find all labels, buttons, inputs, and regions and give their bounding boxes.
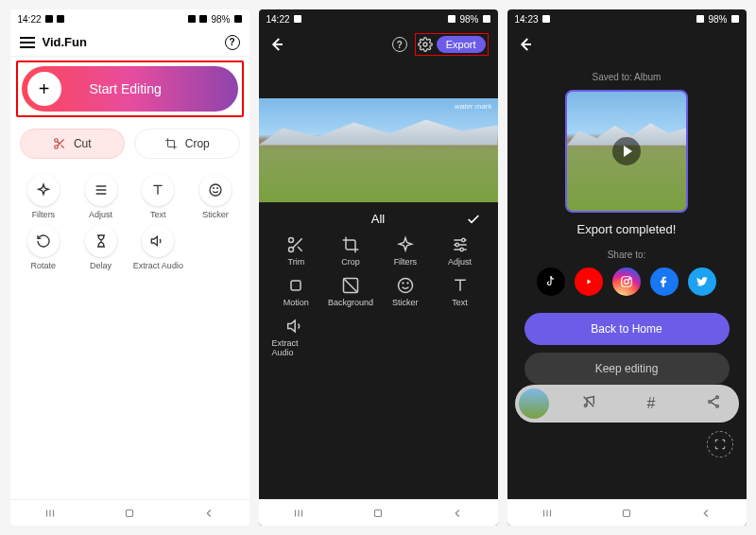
check-icon[interactable] bbox=[466, 212, 481, 227]
wifi-icon bbox=[188, 15, 196, 23]
status-bar: 14:23 98% bbox=[507, 9, 747, 28]
share-youtube[interactable] bbox=[575, 268, 603, 296]
status-icon bbox=[45, 15, 53, 23]
tool-label: Extract Audio bbox=[272, 338, 321, 357]
bottom-action-hashtag[interactable]: # bbox=[629, 395, 673, 412]
svg-rect-15 bbox=[126, 509, 132, 516]
speaker-icon bbox=[286, 317, 305, 336]
bottom-action-music[interactable] bbox=[568, 394, 611, 413]
tool-filters[interactable]: Filters bbox=[381, 235, 430, 267]
arrow-back-icon[interactable] bbox=[268, 36, 285, 53]
gear-icon[interactable] bbox=[418, 37, 433, 52]
tool-trim[interactable]: Trim bbox=[272, 235, 321, 267]
tool-rotate[interactable]: Rotate bbox=[18, 225, 70, 270]
home-icon[interactable] bbox=[123, 507, 136, 520]
share-facebook[interactable] bbox=[650, 268, 679, 296]
svg-point-46 bbox=[715, 396, 718, 399]
home-icon[interactable] bbox=[371, 507, 385, 520]
crop-icon bbox=[164, 137, 178, 150]
export-button[interactable]: Export bbox=[437, 36, 486, 53]
screen-export-complete: 14:23 98% Saved to: Album Export complet… bbox=[507, 9, 747, 526]
svg-point-0 bbox=[55, 139, 59, 143]
app-header: Vid.Fun ? bbox=[10, 28, 249, 57]
smile-icon bbox=[208, 182, 223, 198]
sliders-icon bbox=[94, 182, 109, 198]
bottom-action-share[interactable] bbox=[692, 394, 735, 413]
export-label: Export bbox=[446, 39, 476, 50]
svg-line-20 bbox=[293, 238, 302, 248]
video-preview[interactable]: water mark bbox=[259, 98, 498, 202]
back-icon[interactable] bbox=[202, 507, 215, 520]
back-icon[interactable] bbox=[451, 507, 464, 520]
scissors-icon bbox=[286, 235, 305, 254]
status-bar: 14:22 98% bbox=[259, 9, 498, 28]
svg-point-31 bbox=[398, 279, 412, 293]
back-to-home-button[interactable]: Back to Home bbox=[524, 313, 730, 345]
tool-extract-audio[interactable]: Extract Audio bbox=[272, 317, 321, 357]
rotate-icon bbox=[36, 233, 51, 249]
tool-delay[interactable]: Delay bbox=[75, 225, 127, 270]
recents-icon[interactable] bbox=[292, 507, 305, 520]
home-icon[interactable] bbox=[620, 507, 633, 520]
status-time: 14:22 bbox=[266, 14, 290, 25]
crop-label: Crop bbox=[185, 137, 210, 150]
export-completed-label: Export completed! bbox=[577, 222, 677, 236]
share-instagram[interactable] bbox=[612, 268, 641, 296]
hamburger-menu-icon[interactable] bbox=[20, 37, 35, 48]
svg-point-9 bbox=[214, 188, 215, 189]
svg-point-10 bbox=[217, 188, 218, 189]
crop-button[interactable]: Crop bbox=[134, 129, 240, 159]
start-editing-button[interactable]: + Start Editing bbox=[22, 66, 238, 112]
cut-label: Cut bbox=[74, 137, 92, 150]
help-icon[interactable]: ? bbox=[392, 37, 407, 52]
android-navbar bbox=[507, 499, 747, 526]
tool-text[interactable]: Text bbox=[436, 276, 485, 307]
screen-home: 14:22 98% Vid.Fun ? + Start Editing Cut … bbox=[10, 9, 249, 526]
bottom-thumbnail[interactable] bbox=[519, 388, 549, 419]
tool-crop[interactable]: Crop bbox=[326, 235, 375, 267]
fab-button[interactable] bbox=[707, 431, 733, 457]
tool-adjust[interactable]: Adjust bbox=[436, 235, 485, 267]
recents-icon[interactable] bbox=[541, 507, 554, 520]
tool-adjust[interactable]: Adjust bbox=[75, 174, 127, 219]
app-title: Vid.Fun bbox=[43, 35, 217, 49]
tab-all[interactable]: All bbox=[371, 212, 385, 226]
tool-sticker[interactable]: Sticker bbox=[190, 174, 242, 219]
help-icon[interactable]: ? bbox=[225, 35, 240, 50]
tool-background[interactable]: Background bbox=[326, 276, 375, 307]
svg-line-4 bbox=[58, 142, 60, 144]
text-icon bbox=[451, 276, 470, 295]
arrow-back-icon[interactable] bbox=[517, 36, 534, 53]
tool-text[interactable]: Text bbox=[132, 174, 184, 219]
tool-label: Sticker bbox=[392, 298, 419, 307]
start-editing-label: Start Editing bbox=[90, 81, 162, 96]
smile-icon bbox=[396, 276, 415, 295]
tool-label: Text bbox=[150, 210, 166, 219]
instagram-icon bbox=[620, 275, 633, 288]
sparkle-icon bbox=[396, 235, 415, 254]
export-header bbox=[507, 28, 747, 60]
share-twitter[interactable] bbox=[688, 268, 716, 296]
status-battery: 98% bbox=[459, 14, 478, 25]
svg-point-33 bbox=[407, 283, 408, 284]
keep-editing-button[interactable]: Keep editing bbox=[524, 353, 730, 385]
svg-point-32 bbox=[403, 283, 404, 284]
tool-extract-audio[interactable]: Extract Audio bbox=[132, 225, 184, 270]
share-tiktok[interactable] bbox=[537, 268, 565, 296]
cut-button[interactable]: Cut bbox=[20, 129, 126, 159]
tool-motion[interactable]: Motion bbox=[272, 276, 321, 307]
tool-filters[interactable]: Filters bbox=[18, 174, 70, 219]
sparkle-icon bbox=[36, 182, 51, 198]
recents-icon[interactable] bbox=[43, 507, 57, 520]
android-navbar bbox=[10, 499, 249, 526]
svg-marker-34 bbox=[288, 320, 296, 332]
plus-icon: + bbox=[27, 72, 61, 106]
tool-label: Filters bbox=[32, 210, 56, 219]
tool-label: Filters bbox=[394, 257, 418, 267]
tool-sticker[interactable]: Sticker bbox=[381, 276, 430, 307]
social-share-row bbox=[537, 268, 716, 296]
back-icon[interactable] bbox=[699, 507, 713, 520]
video-thumbnail[interactable] bbox=[565, 90, 688, 213]
share-icon bbox=[706, 394, 721, 409]
sliders-icon bbox=[451, 235, 470, 254]
